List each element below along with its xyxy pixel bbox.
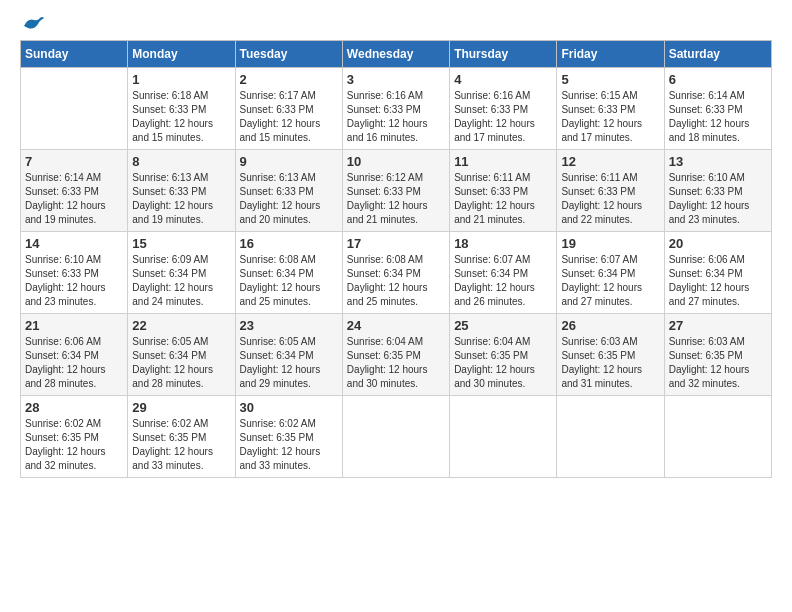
calendar-cell: 14Sunrise: 6:10 AM Sunset: 6:33 PM Dayli… bbox=[21, 232, 128, 314]
day-number: 22 bbox=[132, 318, 230, 333]
day-number: 30 bbox=[240, 400, 338, 415]
day-info: Sunrise: 6:10 AM Sunset: 6:33 PM Dayligh… bbox=[669, 171, 767, 227]
day-info: Sunrise: 6:16 AM Sunset: 6:33 PM Dayligh… bbox=[347, 89, 445, 145]
day-number: 15 bbox=[132, 236, 230, 251]
calendar-cell: 23Sunrise: 6:05 AM Sunset: 6:34 PM Dayli… bbox=[235, 314, 342, 396]
day-info: Sunrise: 6:13 AM Sunset: 6:33 PM Dayligh… bbox=[132, 171, 230, 227]
calendar-cell: 2Sunrise: 6:17 AM Sunset: 6:33 PM Daylig… bbox=[235, 68, 342, 150]
day-number: 12 bbox=[561, 154, 659, 169]
day-number: 29 bbox=[132, 400, 230, 415]
day-info: Sunrise: 6:02 AM Sunset: 6:35 PM Dayligh… bbox=[25, 417, 123, 473]
day-info: Sunrise: 6:03 AM Sunset: 6:35 PM Dayligh… bbox=[669, 335, 767, 391]
calendar-day-header: Thursday bbox=[450, 41, 557, 68]
calendar-cell: 26Sunrise: 6:03 AM Sunset: 6:35 PM Dayli… bbox=[557, 314, 664, 396]
calendar-week-row: 1Sunrise: 6:18 AM Sunset: 6:33 PM Daylig… bbox=[21, 68, 772, 150]
logo bbox=[20, 20, 44, 30]
calendar-cell bbox=[557, 396, 664, 478]
day-info: Sunrise: 6:14 AM Sunset: 6:33 PM Dayligh… bbox=[669, 89, 767, 145]
day-info: Sunrise: 6:08 AM Sunset: 6:34 PM Dayligh… bbox=[240, 253, 338, 309]
day-number: 13 bbox=[669, 154, 767, 169]
calendar-cell bbox=[664, 396, 771, 478]
calendar-cell: 9Sunrise: 6:13 AM Sunset: 6:33 PM Daylig… bbox=[235, 150, 342, 232]
calendar-day-header: Saturday bbox=[664, 41, 771, 68]
page-header bbox=[20, 20, 772, 30]
day-number: 19 bbox=[561, 236, 659, 251]
day-number: 24 bbox=[347, 318, 445, 333]
day-number: 26 bbox=[561, 318, 659, 333]
calendar-cell: 8Sunrise: 6:13 AM Sunset: 6:33 PM Daylig… bbox=[128, 150, 235, 232]
day-info: Sunrise: 6:06 AM Sunset: 6:34 PM Dayligh… bbox=[669, 253, 767, 309]
day-info: Sunrise: 6:18 AM Sunset: 6:33 PM Dayligh… bbox=[132, 89, 230, 145]
calendar-cell: 21Sunrise: 6:06 AM Sunset: 6:34 PM Dayli… bbox=[21, 314, 128, 396]
day-number: 2 bbox=[240, 72, 338, 87]
calendar-cell: 29Sunrise: 6:02 AM Sunset: 6:35 PM Dayli… bbox=[128, 396, 235, 478]
day-number: 3 bbox=[347, 72, 445, 87]
calendar-week-row: 21Sunrise: 6:06 AM Sunset: 6:34 PM Dayli… bbox=[21, 314, 772, 396]
day-info: Sunrise: 6:04 AM Sunset: 6:35 PM Dayligh… bbox=[454, 335, 552, 391]
calendar-cell: 4Sunrise: 6:16 AM Sunset: 6:33 PM Daylig… bbox=[450, 68, 557, 150]
day-number: 5 bbox=[561, 72, 659, 87]
day-info: Sunrise: 6:09 AM Sunset: 6:34 PM Dayligh… bbox=[132, 253, 230, 309]
day-number: 27 bbox=[669, 318, 767, 333]
calendar-cell: 1Sunrise: 6:18 AM Sunset: 6:33 PM Daylig… bbox=[128, 68, 235, 150]
calendar-day-header: Tuesday bbox=[235, 41, 342, 68]
day-info: Sunrise: 6:02 AM Sunset: 6:35 PM Dayligh… bbox=[132, 417, 230, 473]
calendar-cell: 10Sunrise: 6:12 AM Sunset: 6:33 PM Dayli… bbox=[342, 150, 449, 232]
day-number: 28 bbox=[25, 400, 123, 415]
calendar-cell: 22Sunrise: 6:05 AM Sunset: 6:34 PM Dayli… bbox=[128, 314, 235, 396]
day-number: 11 bbox=[454, 154, 552, 169]
calendar-cell bbox=[342, 396, 449, 478]
calendar-cell: 7Sunrise: 6:14 AM Sunset: 6:33 PM Daylig… bbox=[21, 150, 128, 232]
calendar-cell: 13Sunrise: 6:10 AM Sunset: 6:33 PM Dayli… bbox=[664, 150, 771, 232]
day-info: Sunrise: 6:13 AM Sunset: 6:33 PM Dayligh… bbox=[240, 171, 338, 227]
calendar-cell: 5Sunrise: 6:15 AM Sunset: 6:33 PM Daylig… bbox=[557, 68, 664, 150]
day-info: Sunrise: 6:07 AM Sunset: 6:34 PM Dayligh… bbox=[561, 253, 659, 309]
day-number: 17 bbox=[347, 236, 445, 251]
day-info: Sunrise: 6:04 AM Sunset: 6:35 PM Dayligh… bbox=[347, 335, 445, 391]
calendar-table: SundayMondayTuesdayWednesdayThursdayFrid… bbox=[20, 40, 772, 478]
calendar-header-row: SundayMondayTuesdayWednesdayThursdayFrid… bbox=[21, 41, 772, 68]
day-number: 20 bbox=[669, 236, 767, 251]
day-info: Sunrise: 6:15 AM Sunset: 6:33 PM Dayligh… bbox=[561, 89, 659, 145]
day-number: 21 bbox=[25, 318, 123, 333]
day-info: Sunrise: 6:05 AM Sunset: 6:34 PM Dayligh… bbox=[132, 335, 230, 391]
day-number: 16 bbox=[240, 236, 338, 251]
calendar-day-header: Sunday bbox=[21, 41, 128, 68]
calendar-cell: 18Sunrise: 6:07 AM Sunset: 6:34 PM Dayli… bbox=[450, 232, 557, 314]
day-info: Sunrise: 6:03 AM Sunset: 6:35 PM Dayligh… bbox=[561, 335, 659, 391]
day-info: Sunrise: 6:05 AM Sunset: 6:34 PM Dayligh… bbox=[240, 335, 338, 391]
calendar-cell: 28Sunrise: 6:02 AM Sunset: 6:35 PM Dayli… bbox=[21, 396, 128, 478]
day-info: Sunrise: 6:10 AM Sunset: 6:33 PM Dayligh… bbox=[25, 253, 123, 309]
calendar-week-row: 14Sunrise: 6:10 AM Sunset: 6:33 PM Dayli… bbox=[21, 232, 772, 314]
calendar-day-header: Friday bbox=[557, 41, 664, 68]
calendar-cell: 15Sunrise: 6:09 AM Sunset: 6:34 PM Dayli… bbox=[128, 232, 235, 314]
calendar-cell: 6Sunrise: 6:14 AM Sunset: 6:33 PM Daylig… bbox=[664, 68, 771, 150]
calendar-cell: 25Sunrise: 6:04 AM Sunset: 6:35 PM Dayli… bbox=[450, 314, 557, 396]
day-info: Sunrise: 6:07 AM Sunset: 6:34 PM Dayligh… bbox=[454, 253, 552, 309]
calendar-day-header: Wednesday bbox=[342, 41, 449, 68]
day-number: 4 bbox=[454, 72, 552, 87]
day-number: 23 bbox=[240, 318, 338, 333]
calendar-cell: 20Sunrise: 6:06 AM Sunset: 6:34 PM Dayli… bbox=[664, 232, 771, 314]
calendar-week-row: 7Sunrise: 6:14 AM Sunset: 6:33 PM Daylig… bbox=[21, 150, 772, 232]
day-number: 1 bbox=[132, 72, 230, 87]
calendar-cell: 12Sunrise: 6:11 AM Sunset: 6:33 PM Dayli… bbox=[557, 150, 664, 232]
day-info: Sunrise: 6:02 AM Sunset: 6:35 PM Dayligh… bbox=[240, 417, 338, 473]
day-info: Sunrise: 6:17 AM Sunset: 6:33 PM Dayligh… bbox=[240, 89, 338, 145]
day-info: Sunrise: 6:11 AM Sunset: 6:33 PM Dayligh… bbox=[454, 171, 552, 227]
calendar-cell: 3Sunrise: 6:16 AM Sunset: 6:33 PM Daylig… bbox=[342, 68, 449, 150]
calendar-day-header: Monday bbox=[128, 41, 235, 68]
day-info: Sunrise: 6:06 AM Sunset: 6:34 PM Dayligh… bbox=[25, 335, 123, 391]
calendar-cell: 11Sunrise: 6:11 AM Sunset: 6:33 PM Dayli… bbox=[450, 150, 557, 232]
day-number: 10 bbox=[347, 154, 445, 169]
logo-bird-icon bbox=[22, 16, 44, 34]
day-number: 8 bbox=[132, 154, 230, 169]
calendar-cell bbox=[450, 396, 557, 478]
day-number: 6 bbox=[669, 72, 767, 87]
calendar-week-row: 28Sunrise: 6:02 AM Sunset: 6:35 PM Dayli… bbox=[21, 396, 772, 478]
day-number: 14 bbox=[25, 236, 123, 251]
day-number: 9 bbox=[240, 154, 338, 169]
day-info: Sunrise: 6:16 AM Sunset: 6:33 PM Dayligh… bbox=[454, 89, 552, 145]
day-number: 7 bbox=[25, 154, 123, 169]
day-number: 25 bbox=[454, 318, 552, 333]
